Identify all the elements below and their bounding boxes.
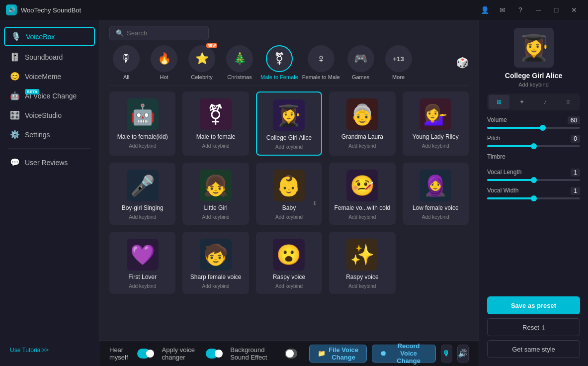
voice-card-sharp-female-voice[interactable]: 🧒 Sharp female voice Add keybind bbox=[182, 232, 249, 294]
hear-myself-switch[interactable] bbox=[137, 349, 150, 359]
sidebar-label-soundboard: Soundboard bbox=[25, 53, 63, 61]
microphone-button[interactable]: 🎙 bbox=[441, 345, 452, 363]
apply-voice-changer-label: Apply voice changer bbox=[162, 346, 202, 361]
record-icon: ⏺ bbox=[380, 350, 387, 357]
profile-button[interactable]: 👤 bbox=[477, 2, 493, 18]
voice-keybind-raspy-voice-2[interactable]: Add keybind bbox=[348, 283, 376, 289]
category-icon-all: 🎙 bbox=[113, 45, 140, 72]
voice-keybind-sharp-female-voice[interactable]: Add keybind bbox=[202, 283, 230, 289]
voice-card-male-to-female[interactable]: ⚧ Male to female Add keybind bbox=[182, 92, 249, 156]
sidebar-item-settings[interactable]: ⚙️ Settings bbox=[0, 125, 99, 144]
advanced-tab-icon: ≡ bbox=[566, 98, 570, 105]
download-icon: ⬇ bbox=[312, 200, 317, 207]
vocal-width-label-row: Vocal Width 1 bbox=[487, 187, 580, 195]
voice-keybind-boy-girl-singing[interactable]: Add keybind bbox=[129, 214, 156, 220]
search-input[interactable] bbox=[127, 29, 206, 37]
file-voice-change-button[interactable]: 📁 File Voice Change bbox=[309, 345, 367, 363]
voice-keybind-raspy-voice-1[interactable]: Add keybind bbox=[275, 283, 303, 289]
category-all[interactable]: 🎙 All bbox=[109, 45, 143, 80]
vocal-width-fill bbox=[487, 197, 534, 199]
category-celebrity[interactable]: ⭐ NEW Celebrity bbox=[185, 45, 219, 80]
voice-card-college-girl-alice[interactable]: 👩‍🎓 College Girl Alice Add keybind bbox=[256, 92, 322, 156]
sidebar-item-voicebox[interactable]: 🎙️ VoiceBox bbox=[4, 27, 95, 46]
vocal-length-label-row: Vocal Length 1 bbox=[487, 169, 580, 177]
sidebar-item-userreviews[interactable]: 💬 User Reviews bbox=[0, 153, 99, 172]
close-button[interactable]: ✕ bbox=[566, 2, 582, 18]
record-voice-change-button[interactable]: ⏺ Record Voice Change bbox=[372, 345, 435, 363]
search-icon: 🔍 bbox=[116, 29, 124, 37]
help-button[interactable]: ? bbox=[512, 2, 528, 18]
voice-keybind-little-girl[interactable]: Add keybind bbox=[202, 214, 230, 220]
volume-button[interactable]: 🔊 bbox=[457, 345, 469, 363]
category-icon-games: 🎮 bbox=[347, 45, 374, 72]
category-christmas[interactable]: 🎄 Christmas bbox=[223, 45, 256, 80]
voice-keybind-young-lady-riley[interactable]: Add keybind bbox=[422, 143, 449, 149]
right-panel: 👩‍🎓 College Girl Alice Add keybind ⊞ ✦ ♪… bbox=[479, 20, 588, 366]
category-hot[interactable]: 🔥 Hot bbox=[147, 45, 181, 80]
voice-keybind-college-girl-alice[interactable]: Add keybind bbox=[275, 144, 303, 150]
tab-fx[interactable]: ✦ bbox=[511, 95, 532, 109]
fx-tab-icon: ✦ bbox=[519, 98, 524, 105]
voicememe-icon: 😊 bbox=[10, 72, 20, 81]
voice-card-boy-girl-singing[interactable]: 🎤 Boy-girl Singing Add keybind bbox=[109, 163, 175, 225]
voice-keybind-grandma-laura[interactable]: Add keybind bbox=[348, 143, 376, 149]
pitch-slider[interactable] bbox=[487, 145, 580, 147]
new-badge: NEW bbox=[206, 43, 217, 48]
voice-card-male-to-female-kid[interactable]: 🤖 Male to female(kid) Add keybind bbox=[109, 92, 175, 156]
tab-music[interactable]: ♪ bbox=[535, 95, 556, 109]
background-sound-effect-switch[interactable] bbox=[285, 349, 297, 359]
voice-card-grandma-laura[interactable]: 👵 Grandma Laura Add keybind bbox=[329, 92, 395, 156]
voice-card-raspy-voice-2[interactable]: ✨ Raspy voice Add keybind bbox=[329, 232, 395, 294]
apply-voice-changer-switch[interactable] bbox=[206, 349, 218, 359]
voice-card-first-lover[interactable]: 💜 First Lover Add keybind bbox=[109, 232, 175, 294]
sidebar-item-voicememe[interactable]: 😊 VoiceMeme bbox=[0, 67, 99, 86]
volume-slider[interactable] bbox=[487, 127, 580, 129]
category-male-to-female[interactable]: ⚧ Male to Female bbox=[260, 45, 298, 80]
voice-name-male-to-female-kid: Male to female(kid) bbox=[117, 133, 168, 140]
volume-value: 60 bbox=[568, 116, 580, 124]
voice-keybind-baby[interactable]: Add keybind bbox=[275, 214, 303, 220]
voice-name-young-lady-riley: Young Lady Riley bbox=[413, 133, 459, 140]
voice-keybind-male-to-female-kid[interactable]: Add keybind bbox=[129, 143, 156, 149]
voice-name-low-female-voice: Low female voice bbox=[413, 204, 459, 211]
voice-keybind-low-female-voice[interactable]: Add keybind bbox=[422, 214, 449, 220]
category-games[interactable]: 🎮 Games bbox=[344, 45, 378, 80]
tab-advanced[interactable]: ≡ bbox=[558, 95, 579, 109]
reset-button[interactable]: Reset ℹ bbox=[487, 318, 580, 336]
search-bar[interactable]: 🔍 bbox=[109, 26, 209, 40]
voice-card-baby[interactable]: 👶 Baby Add keybind ⬇ bbox=[256, 163, 322, 225]
add-keybind-link[interactable]: Add keybind bbox=[487, 82, 580, 88]
category-more[interactable]: +13 More bbox=[382, 45, 416, 80]
voice-keybind-first-lover[interactable]: Add keybind bbox=[129, 283, 156, 289]
sidebar-label-voicestudio: VoiceStudio bbox=[25, 111, 62, 119]
voice-card-female-vo-cold[interactable]: 🤒 Female vo...with cold Add keybind bbox=[329, 163, 395, 225]
vocal-width-slider[interactable] bbox=[487, 197, 580, 199]
get-same-style-button[interactable]: Get same style bbox=[487, 340, 580, 358]
tab-general[interactable]: ⊞ bbox=[489, 95, 509, 109]
title-bar-left: 🔊 WooTechy SoundBot bbox=[6, 4, 81, 15]
sidebar-item-aivoicechange[interactable]: 🤖 AI Voice Change BETA bbox=[0, 86, 99, 105]
sidebar-label-voicebox: VoiceBox bbox=[26, 33, 55, 41]
sidebar-item-soundboard[interactable]: 🎚️ Soundboard bbox=[0, 47, 99, 67]
dice-icon: 🎲 bbox=[456, 57, 469, 69]
sidebar-label-voicememe: VoiceMeme bbox=[25, 73, 61, 81]
voice-card-low-female-voice[interactable]: 🧕 Low female voice Add keybind bbox=[403, 163, 469, 225]
tutorial-link[interactable]: Use Tutorial>> bbox=[10, 347, 49, 354]
category-label-hot: Hot bbox=[160, 74, 168, 80]
voice-card-raspy-voice-1[interactable]: 😮 Raspy voice Add keybind bbox=[256, 232, 322, 294]
content-area: 🔍 🎙 All 🔥 Hot ⭐ NEW bbox=[99, 20, 479, 366]
vocal-length-slider[interactable] bbox=[487, 179, 580, 181]
voice-keybind-male-to-female[interactable]: Add keybind bbox=[202, 143, 230, 149]
maximize-button[interactable]: □ bbox=[548, 2, 564, 18]
voice-card-little-girl[interactable]: 👧 Little Girl Add keybind bbox=[182, 163, 249, 225]
dice-icon-wrap[interactable]: 🎲 bbox=[456, 57, 469, 69]
userreviews-icon: 💬 bbox=[10, 158, 20, 167]
minimize-button[interactable]: ─ bbox=[530, 2, 546, 18]
title-bar: 🔊 WooTechy SoundBot 👤 ✉ ? ─ □ ✕ bbox=[0, 0, 588, 20]
save-preset-button[interactable]: Save as preset bbox=[487, 296, 580, 314]
mail-button[interactable]: ✉ bbox=[495, 2, 510, 18]
sidebar-item-voicestudio[interactable]: 🎛️ VoiceStudio bbox=[0, 105, 99, 125]
voice-keybind-female-vo-cold[interactable]: Add keybind bbox=[348, 214, 376, 220]
category-female-to-male[interactable]: ♀ Female to Male bbox=[302, 45, 340, 80]
voice-card-young-lady-riley[interactable]: 💁‍♀️ Young Lady Riley Add keybind bbox=[403, 92, 469, 156]
